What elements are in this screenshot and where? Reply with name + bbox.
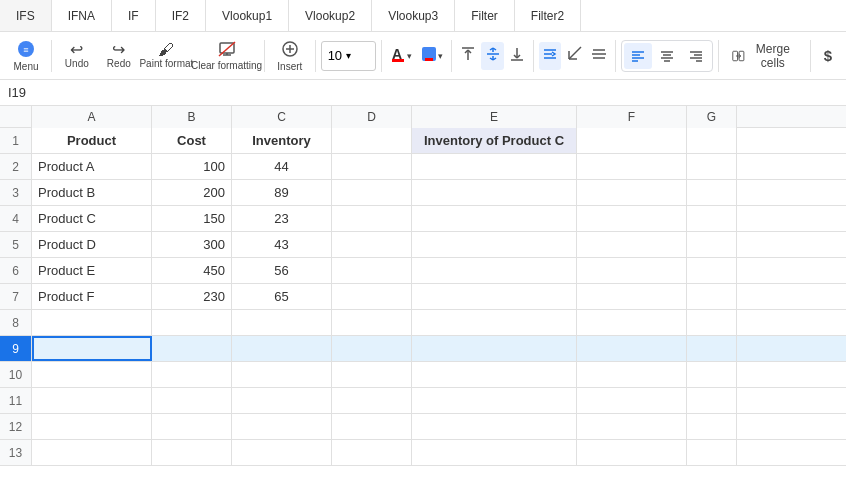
table-cell[interactable] bbox=[32, 388, 152, 413]
table-cell[interactable] bbox=[332, 128, 412, 153]
table-cell[interactable] bbox=[232, 362, 332, 387]
table-cell[interactable] bbox=[687, 336, 737, 361]
table-cell[interactable] bbox=[32, 414, 152, 439]
valign-bottom-button[interactable] bbox=[506, 42, 528, 70]
row-num-2[interactable]: 2 bbox=[0, 154, 32, 179]
table-cell[interactable] bbox=[687, 232, 737, 257]
table-cell[interactable] bbox=[412, 336, 577, 361]
tab-ifna[interactable]: IFNA bbox=[52, 0, 112, 31]
table-cell[interactable] bbox=[412, 206, 577, 231]
table-cell[interactable] bbox=[232, 388, 332, 413]
table-cell[interactable] bbox=[577, 128, 687, 153]
table-cell[interactable]: 56 bbox=[232, 258, 332, 283]
table-cell[interactable] bbox=[32, 362, 152, 387]
rotate-button[interactable] bbox=[563, 42, 585, 70]
table-cell[interactable] bbox=[332, 362, 412, 387]
table-cell[interactable] bbox=[577, 388, 687, 413]
table-cell[interactable] bbox=[232, 310, 332, 335]
row-num-5[interactable]: 5 bbox=[0, 232, 32, 257]
table-cell[interactable] bbox=[332, 440, 412, 465]
table-cell[interactable]: Product bbox=[32, 128, 152, 153]
table-cell[interactable] bbox=[577, 206, 687, 231]
table-cell[interactable] bbox=[577, 284, 687, 309]
undo-button[interactable]: ↩ Undo bbox=[57, 36, 97, 76]
table-cell[interactable]: 230 bbox=[152, 284, 232, 309]
paint-format-button[interactable]: 🖌 Paint format bbox=[141, 36, 192, 76]
row-num-12[interactable]: 12 bbox=[0, 414, 32, 439]
redo-button[interactable]: ↪ Redo bbox=[99, 36, 139, 76]
table-cell[interactable] bbox=[332, 414, 412, 439]
table-cell[interactable] bbox=[577, 258, 687, 283]
table-cell[interactable]: 150 bbox=[152, 206, 232, 231]
insert-button[interactable]: Insert bbox=[270, 36, 310, 76]
table-cell[interactable] bbox=[577, 414, 687, 439]
table-cell[interactable] bbox=[577, 180, 687, 205]
table-cell[interactable]: 300 bbox=[152, 232, 232, 257]
row-num-4[interactable]: 4 bbox=[0, 206, 32, 231]
valign-middle-button[interactable] bbox=[481, 42, 503, 70]
col-header-c[interactable]: C bbox=[232, 106, 332, 128]
align-right-button[interactable] bbox=[682, 43, 710, 69]
table-cell[interactable]: 44 bbox=[232, 154, 332, 179]
currency-button[interactable]: $ bbox=[816, 41, 840, 71]
table-cell[interactable]: 43 bbox=[232, 232, 332, 257]
table-cell[interactable] bbox=[577, 232, 687, 257]
table-cell[interactable] bbox=[152, 336, 232, 361]
valign-top-button[interactable] bbox=[457, 42, 479, 70]
tab-vlookup3[interactable]: Vlookup3 bbox=[372, 0, 455, 31]
table-cell[interactable] bbox=[152, 362, 232, 387]
table-cell[interactable] bbox=[412, 414, 577, 439]
table-cell[interactable] bbox=[577, 154, 687, 179]
col-header-f[interactable]: F bbox=[577, 106, 687, 128]
row-num-1[interactable]: 1 bbox=[0, 128, 32, 153]
tab-filter2[interactable]: Filter2 bbox=[515, 0, 581, 31]
table-cell[interactable] bbox=[332, 388, 412, 413]
table-cell[interactable] bbox=[152, 310, 232, 335]
table-cell[interactable] bbox=[232, 414, 332, 439]
table-cell[interactable] bbox=[577, 440, 687, 465]
table-cell[interactable] bbox=[687, 258, 737, 283]
row-num-3[interactable]: 3 bbox=[0, 180, 32, 205]
table-cell[interactable]: 23 bbox=[232, 206, 332, 231]
col-header-a[interactable]: A bbox=[32, 106, 152, 128]
row-num-6[interactable]: 6 bbox=[0, 258, 32, 283]
row-num-10[interactable]: 10 bbox=[0, 362, 32, 387]
text-color-button[interactable]: A ▾ bbox=[386, 42, 415, 70]
col-header-b[interactable]: B bbox=[152, 106, 232, 128]
table-cell[interactable] bbox=[152, 388, 232, 413]
highlight-color-button[interactable]: ▾ bbox=[417, 42, 446, 70]
table-cell[interactable] bbox=[577, 310, 687, 335]
table-cell[interactable] bbox=[32, 336, 152, 361]
table-cell[interactable] bbox=[332, 284, 412, 309]
tab-vlookup2[interactable]: Vlookup2 bbox=[289, 0, 372, 31]
tab-filter[interactable]: Filter bbox=[455, 0, 515, 31]
table-cell[interactable] bbox=[332, 206, 412, 231]
col-header-g[interactable]: G bbox=[687, 106, 737, 128]
menu-button[interactable]: ≡ Menu bbox=[6, 36, 46, 76]
table-cell[interactable]: 100 bbox=[152, 154, 232, 179]
table-cell[interactable] bbox=[412, 310, 577, 335]
table-cell[interactable] bbox=[152, 440, 232, 465]
col-header-d[interactable]: D bbox=[332, 106, 412, 128]
table-cell[interactable] bbox=[412, 232, 577, 257]
align-center-button[interactable] bbox=[653, 43, 681, 69]
table-cell[interactable]: Inventory bbox=[232, 128, 332, 153]
table-cell[interactable]: Product C bbox=[32, 206, 152, 231]
table-cell[interactable] bbox=[687, 310, 737, 335]
table-cell[interactable] bbox=[412, 180, 577, 205]
col-header-e[interactable]: E bbox=[412, 106, 577, 128]
table-cell[interactable] bbox=[412, 388, 577, 413]
table-cell[interactable]: 89 bbox=[232, 180, 332, 205]
table-cell[interactable] bbox=[32, 440, 152, 465]
table-cell[interactable]: Product D bbox=[32, 232, 152, 257]
table-cell[interactable] bbox=[687, 154, 737, 179]
table-cell[interactable]: Product E bbox=[32, 258, 152, 283]
overflow-button[interactable] bbox=[588, 42, 610, 70]
table-cell[interactable] bbox=[332, 154, 412, 179]
table-cell[interactable]: Product A bbox=[32, 154, 152, 179]
tab-vlookup1[interactable]: Vlookup1 bbox=[206, 0, 289, 31]
row-num-7[interactable]: 7 bbox=[0, 284, 32, 309]
table-cell[interactable] bbox=[332, 336, 412, 361]
table-cell[interactable] bbox=[687, 440, 737, 465]
font-size-selector[interactable]: 10 ▾ bbox=[321, 41, 376, 71]
